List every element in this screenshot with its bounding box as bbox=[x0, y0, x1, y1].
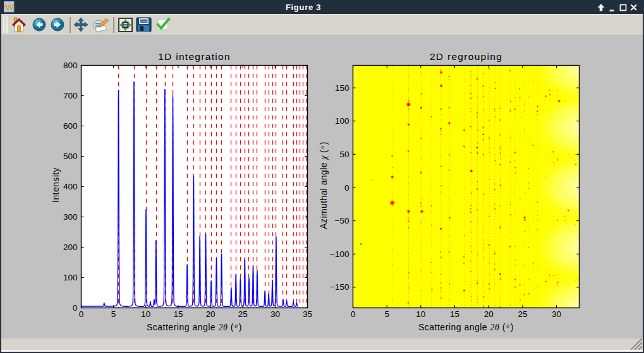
svg-text:10: 10 bbox=[141, 309, 150, 319]
svg-text:500: 500 bbox=[63, 152, 78, 161]
svg-text:Intensity: Intensity bbox=[51, 167, 61, 203]
svg-text:5: 5 bbox=[384, 309, 389, 319]
svg-text:200: 200 bbox=[63, 242, 78, 252]
svg-text:1D integration: 1D integration bbox=[158, 51, 231, 62]
svg-text:15: 15 bbox=[173, 309, 183, 319]
svg-text:0: 0 bbox=[351, 309, 356, 319]
svg-text:30: 30 bbox=[552, 309, 561, 319]
svg-text:0: 0 bbox=[73, 303, 78, 313]
svg-text:−100: −100 bbox=[330, 249, 349, 259]
svg-text:0: 0 bbox=[79, 309, 84, 319]
svg-text:2D regrouping: 2D regrouping bbox=[430, 51, 502, 62]
svg-text:−50: −50 bbox=[335, 216, 349, 225]
svg-text:5: 5 bbox=[111, 309, 116, 319]
svg-text:35: 35 bbox=[303, 309, 312, 319]
svg-text:0: 0 bbox=[344, 183, 349, 193]
svg-text:150: 150 bbox=[335, 83, 349, 93]
svg-text:600: 600 bbox=[63, 121, 78, 131]
svg-text:20: 20 bbox=[484, 309, 494, 319]
svg-text:−150: −150 bbox=[330, 282, 349, 292]
svg-text:30: 30 bbox=[270, 309, 280, 319]
svg-text:25: 25 bbox=[518, 309, 527, 319]
svg-text:25: 25 bbox=[238, 309, 248, 319]
svg-text:100: 100 bbox=[63, 273, 78, 282]
svg-text:15: 15 bbox=[450, 309, 459, 319]
svg-text:20: 20 bbox=[206, 309, 216, 319]
svg-text:10: 10 bbox=[416, 309, 425, 319]
svg-text:400: 400 bbox=[63, 182, 78, 191]
svg-text:700: 700 bbox=[63, 91, 78, 100]
svg-text:50: 50 bbox=[339, 150, 349, 159]
svg-text:100: 100 bbox=[335, 116, 349, 126]
svg-text:800: 800 bbox=[63, 61, 78, 70]
svg-text:Scattering angle 2θ ( o ): Scattering angle 2θ ( o ) bbox=[418, 322, 514, 332]
svg-text:Scattering angle 2θ ( o ): Scattering angle 2θ ( o ) bbox=[147, 322, 242, 332]
svg-text:Azimuthal angle χ ( o ): Azimuthal angle χ ( o ) bbox=[319, 141, 329, 229]
svg-text:300: 300 bbox=[63, 212, 78, 222]
